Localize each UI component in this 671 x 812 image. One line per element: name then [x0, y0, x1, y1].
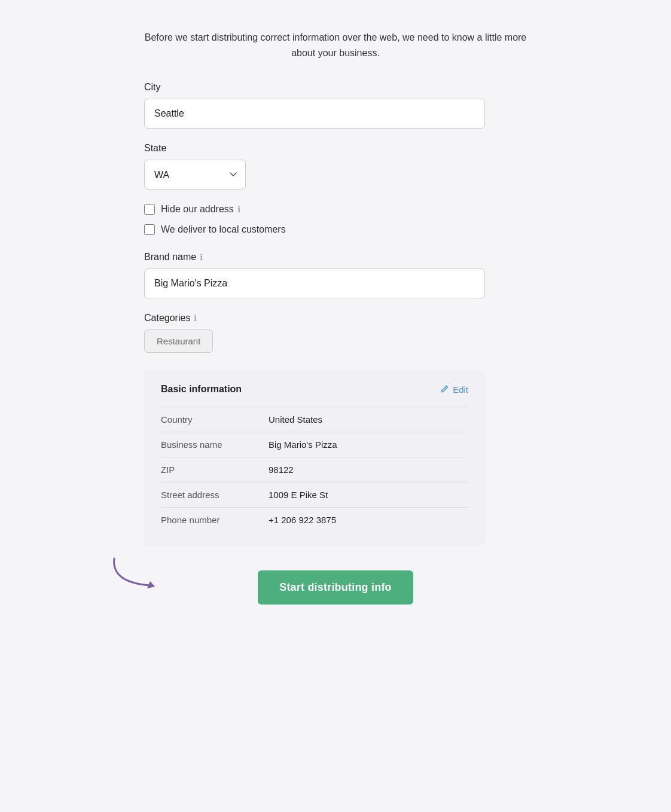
info-value: 1009 E Pike St — [269, 490, 328, 500]
category-restaurant-button[interactable]: Restaurant — [144, 329, 213, 353]
info-rows-container: CountryUnited StatesBusiness nameBig Mar… — [161, 407, 468, 532]
info-row: ZIP98122 — [161, 457, 468, 482]
hide-address-checkbox[interactable] — [144, 204, 155, 215]
info-value: Big Mario's Pizza — [269, 439, 337, 450]
start-distributing-button[interactable]: Start distributing info — [258, 570, 413, 605]
bottom-cta-section: Start distributing info — [144, 570, 527, 605]
info-key: Phone number — [161, 515, 269, 525]
info-row: Business nameBig Mario's Pizza — [161, 432, 468, 457]
brand-name-input[interactable] — [144, 268, 485, 298]
categories-section: Categories ℹ Restaurant — [144, 313, 527, 353]
curved-arrow-decoration — [102, 552, 168, 594]
info-value: United States — [269, 414, 322, 425]
deliver-local-checkbox[interactable] — [144, 224, 155, 235]
categories-label: Categories ℹ — [144, 313, 527, 323]
state-select[interactable]: ALAKAZARCACOCTDEFLGAHIIDILINIAKSKYLAMEMD… — [144, 160, 246, 190]
edit-icon — [440, 384, 449, 394]
basic-info-card: Basic information Edit CountryUnited Sta… — [144, 370, 485, 547]
hide-address-info-icon: ℹ — [237, 204, 240, 214]
city-section: City — [144, 82, 527, 129]
info-key: Street address — [161, 490, 269, 500]
deliver-local-checkbox-item[interactable]: We deliver to local customers — [144, 224, 527, 235]
info-value: +1 206 922 3875 — [269, 515, 336, 525]
edit-button[interactable]: Edit — [440, 384, 468, 395]
brand-name-section: Brand name ℹ — [144, 252, 527, 298]
categories-info-icon: ℹ — [194, 313, 197, 323]
intro-text: Before we start distributing correct inf… — [144, 30, 527, 60]
info-key: Business name — [161, 439, 269, 450]
info-value: 98122 — [269, 465, 294, 475]
checkboxes-group: Hide our address ℹ We deliver to local c… — [144, 204, 527, 235]
info-row: Phone number+1 206 922 3875 — [161, 507, 468, 532]
state-section: State ALAKAZARCACOCTDEFLGAHIIDILINIAKSKY… — [144, 143, 527, 190]
city-input[interactable] — [144, 99, 485, 129]
city-label: City — [144, 82, 527, 93]
hide-address-label: Hide our address — [161, 204, 234, 215]
state-label: State — [144, 143, 527, 154]
info-key: Country — [161, 414, 269, 425]
brand-name-info-icon: ℹ — [200, 252, 203, 262]
deliver-local-label: We deliver to local customers — [161, 224, 286, 235]
info-row: Street address1009 E Pike St — [161, 482, 468, 507]
info-row: CountryUnited States — [161, 407, 468, 432]
info-key: ZIP — [161, 465, 269, 475]
hide-address-checkbox-item[interactable]: Hide our address ℹ — [144, 204, 527, 215]
card-header: Basic information Edit — [161, 384, 468, 395]
brand-name-label: Brand name ℹ — [144, 252, 527, 262]
card-title: Basic information — [161, 384, 242, 395]
